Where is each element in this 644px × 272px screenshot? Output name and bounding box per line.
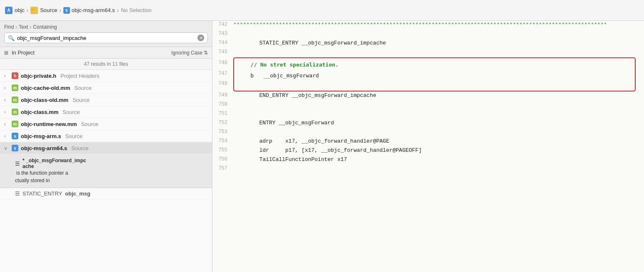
static-entry-item[interactable]: ☰ STATIC_ENTRY objc_msg: [0, 188, 212, 200]
line-content: TailCallFunctionPointer x17: [233, 156, 644, 163]
expand-arrow-icon: ›: [4, 86, 9, 90]
result-description: is the function pointer actually stored …: [15, 169, 207, 184]
line-number: 752: [212, 119, 233, 126]
line-number: 749: [212, 91, 233, 98]
sep3: ›: [117, 7, 119, 13]
scope-label[interactable]: In Project: [12, 49, 168, 56]
find-label: Find: [4, 24, 14, 30]
scope-row: ⊞ In Project Ignoring Case ⇅: [0, 47, 212, 59]
results-summary: 47 results in 11 files: [0, 59, 212, 70]
line-content: [233, 165, 644, 166]
m-badge: m: [12, 121, 18, 127]
file-location: Source: [62, 109, 80, 115]
static-entry-icon: ☰: [15, 190, 20, 197]
line-number: 742: [212, 21, 233, 27]
sep2: ›: [59, 7, 61, 13]
line-content: STATIC_ENTRY __objc_msgForward_impcache: [233, 39, 644, 46]
line-content: adrp x17, __objc_forward_handler@PAGE: [233, 137, 644, 144]
list-item[interactable]: › m objc-class.mm Source: [0, 106, 212, 118]
h-badge: h: [12, 72, 18, 79]
list-item[interactable]: › m objc-cache-old.mm Source: [0, 82, 212, 94]
m-badge: m: [12, 84, 18, 91]
static-entry-label: STATIC_ENTRY objc_msg: [22, 190, 90, 197]
line-number: 751: [212, 110, 233, 116]
line-number: 747: [212, 68, 233, 79]
result-detail-icon-row: ☰ * _objc_msgForward_impcache: [15, 158, 86, 169]
line-number: 754: [212, 137, 233, 144]
sep1: ›: [27, 7, 28, 13]
line-content: [233, 101, 644, 101]
search-icon: 🔍: [8, 35, 15, 41]
file-name: objc-runtime-new.mm: [21, 121, 77, 127]
line-number: 756: [212, 156, 233, 162]
line-content: [233, 128, 644, 129]
search-input-row: 🔍 ✕: [4, 32, 208, 43]
expand-arrow-icon: ›: [4, 122, 9, 126]
line-number: 757: [212, 165, 233, 171]
file-label[interactable]: objc-msg-arm64.s: [72, 7, 115, 13]
expand-arrow-icon: ›: [4, 74, 9, 78]
breadcrumb: A objc › Source › s objc-msg-arm64.s › N…: [5, 7, 152, 14]
line-number: 746: [212, 57, 233, 68]
line-number: 748: [212, 79, 233, 88]
list-item[interactable]: › m objc-class-old.mm Source: [0, 94, 212, 106]
code-line: 744 STATIC_ENTRY __objc_msgForward_impca…: [212, 39, 644, 48]
right-panel: 742 ************************************…: [212, 21, 644, 272]
line-number: 750: [212, 101, 233, 107]
search-input[interactable]: [17, 35, 195, 41]
highlighted-line-code: b __objc_msgForward: [237, 70, 632, 81]
code-line: 757: [212, 165, 644, 174]
file-list[interactable]: › h objc-private.h Project Headers › m o…: [0, 70, 212, 272]
line-content: END_ENTRY __objc_msgForward_impcache: [233, 91, 644, 99]
objc-label[interactable]: objc: [15, 7, 25, 13]
list-item[interactable]: › s objc-msg-arm.s Source: [0, 130, 212, 142]
expand-arrow-open-icon: ∨: [4, 146, 9, 151]
case-selector[interactable]: Ignoring Case ⇅: [171, 50, 208, 56]
expand-arrow-icon: ›: [4, 110, 9, 114]
s-badge: s: [12, 145, 18, 151]
containing-label: Containing: [33, 24, 57, 30]
list-item[interactable]: › m objc-runtime-new.mm Source: [0, 118, 212, 130]
no-selection-label: No Selection: [121, 7, 152, 13]
result-func-text: * _objc_msgForward_impcache: [22, 158, 86, 169]
code-line: 750: [212, 101, 644, 110]
main-container: Find › Text › Containing 🔍 ✕ ⊞ In Projec…: [0, 21, 644, 272]
case-chevron-icon: ⇅: [204, 50, 208, 56]
file-location: Source: [65, 133, 82, 139]
line-number: 755: [212, 146, 233, 153]
find-bar: Find › Text › Containing 🔍 ✕: [0, 21, 212, 47]
svg-rect-1: [31, 9, 34, 10]
highlight-line-numbers: 746 747 748: [212, 57, 233, 91]
find-breadcrumb: Find › Text › Containing: [4, 24, 208, 30]
expand-arrow-icon: ›: [4, 134, 9, 138]
left-panel: Find › Text › Containing 🔍 ✕ ⊞ In Projec…: [0, 21, 212, 272]
highlighted-line-empty: [237, 81, 632, 90]
line-number: 744: [212, 39, 233, 46]
file-location: Project Headers: [60, 73, 99, 79]
code-area: 742 ************************************…: [212, 21, 644, 272]
text-label: Text: [19, 24, 28, 30]
case-label: Ignoring Case: [171, 50, 202, 56]
objc-icon: A: [5, 7, 12, 14]
code-line: 751: [212, 110, 644, 119]
file-name: objc-cache-old.mm: [21, 85, 70, 91]
list-item-expanded[interactable]: ∨ s objc-msg-arm64.s Source: [0, 142, 212, 154]
scope-icon: ⊞: [4, 50, 8, 56]
file-location: Source: [74, 85, 91, 91]
result-detail[interactable]: ☰ * _objc_msgForward_impcache is the fun…: [0, 154, 212, 188]
source-label[interactable]: Source: [40, 7, 57, 13]
code-line: 755 ldr p17, [x17, __objc_forward_handle…: [212, 146, 644, 156]
highlighted-group: 746 747 748 // No stret specialization. …: [212, 57, 644, 91]
code-line: 743: [212, 30, 644, 39]
line-number: 745: [212, 48, 233, 55]
line-content: ldr p17, [x17, __objc_forward_handler@PA…: [233, 146, 644, 153]
file-name: objc-msg-arm.s: [21, 133, 61, 139]
file-name: objc-class-old.mm: [21, 97, 68, 103]
line-content: [233, 30, 644, 31]
code-highlight-box: // No stret specialization. b __objc_msg…: [233, 57, 636, 91]
code-line: 753: [212, 128, 644, 137]
file-location: Source: [71, 145, 88, 151]
clear-button[interactable]: ✕: [197, 35, 204, 41]
file-name: objc-class.mm: [21, 109, 58, 115]
list-item[interactable]: › h objc-private.h Project Headers: [0, 70, 212, 82]
